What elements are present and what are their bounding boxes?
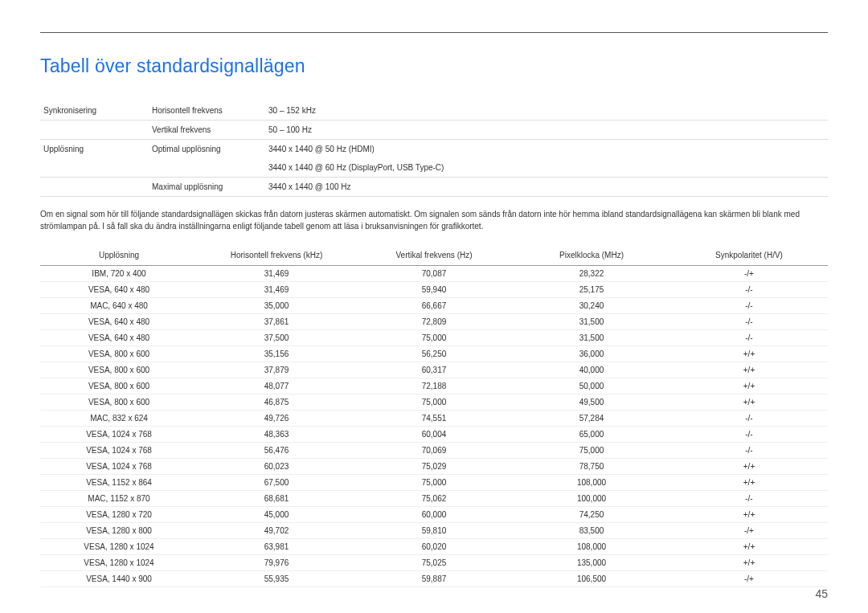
modes-cell: -/+ xyxy=(670,571,828,587)
modes-row: VESA, 1152 x 86467,50075,000108,000+/+ xyxy=(40,475,828,491)
modes-cell: VESA, 1152 x 864 xyxy=(40,475,198,491)
modes-cell: -/+ xyxy=(670,266,828,282)
modes-cell: VESA, 800 x 600 xyxy=(40,394,198,411)
modes-cell: 75,000 xyxy=(355,394,513,411)
modes-row: VESA, 800 x 60048,07772,18850,000+/+ xyxy=(40,378,828,394)
modes-cell: 70,087 xyxy=(355,266,513,282)
modes-cell: 65,000 xyxy=(513,427,670,443)
modes-cell: VESA, 800 x 600 xyxy=(40,362,198,378)
modes-cell: 60,317 xyxy=(355,362,513,378)
spec-group xyxy=(40,158,149,178)
modes-cell: MAC, 640 x 480 xyxy=(40,298,198,314)
modes-cell: 83,500 xyxy=(513,523,670,539)
modes-cell: 68,681 xyxy=(198,491,355,507)
modes-cell: IBM, 720 x 400 xyxy=(40,266,198,282)
description-text: Om en signal som hör till följande stand… xyxy=(40,208,828,232)
modes-cell: 31,469 xyxy=(198,266,355,282)
modes-header-row: Upplösning Horisontell frekvens (kHz) Ve… xyxy=(40,245,828,266)
modes-cell: 55,935 xyxy=(198,571,355,587)
modes-cell: +/+ xyxy=(670,378,828,394)
modes-cell: 46,875 xyxy=(198,394,355,411)
modes-cell: VESA, 1024 x 768 xyxy=(40,443,198,459)
modes-cell: 28,322 xyxy=(513,266,670,282)
modes-cell: 56,250 xyxy=(355,346,513,362)
modes-cell: -/- xyxy=(670,330,828,346)
modes-cell: 100,000 xyxy=(513,491,670,507)
spec-value: 50 – 100 Hz xyxy=(265,121,828,140)
modes-cell: 59,810 xyxy=(355,523,513,539)
modes-cell: VESA, 1280 x 800 xyxy=(40,523,198,539)
modes-row: VESA, 1280 x 102463,98160,020108,000+/+ xyxy=(40,539,828,555)
modes-row: VESA, 640 x 48031,46959,94025,175-/- xyxy=(40,282,828,298)
spec-label xyxy=(149,158,265,178)
modes-cell: 74,250 xyxy=(513,507,670,523)
modes-cell: +/+ xyxy=(670,346,828,362)
modes-cell: 36,000 xyxy=(513,346,670,362)
modes-cell: VESA, 640 x 480 xyxy=(40,330,198,346)
modes-cell: VESA, 800 x 600 xyxy=(40,378,198,394)
modes-row: VESA, 1280 x 102479,97675,025135,000+/+ xyxy=(40,555,828,571)
spec-value: 30 – 152 kHz xyxy=(265,101,828,121)
modes-cell: 75,062 xyxy=(355,491,513,507)
modes-cell: VESA, 640 x 480 xyxy=(40,282,198,298)
modes-row: VESA, 800 x 60046,87575,00049,500+/+ xyxy=(40,394,828,411)
modes-cell: 60,004 xyxy=(355,427,513,443)
spec-value: 3440 x 1440 @ 50 Hz (HDMI) xyxy=(265,140,828,159)
modes-cell: 50,000 xyxy=(513,378,670,394)
modes-cell: 48,363 xyxy=(198,427,355,443)
modes-cell: 49,726 xyxy=(198,411,355,427)
modes-header: Upplösning xyxy=(40,245,198,266)
spec-label: Horisontell frekvens xyxy=(149,101,265,121)
modes-cell: 45,000 xyxy=(198,507,355,523)
modes-cell: 75,029 xyxy=(355,459,513,475)
modes-cell: 135,000 xyxy=(513,555,670,571)
modes-cell: 57,284 xyxy=(513,411,670,427)
modes-cell: +/+ xyxy=(670,555,828,571)
modes-cell: VESA, 800 x 600 xyxy=(40,346,198,362)
modes-cell: 72,809 xyxy=(355,314,513,330)
modes-cell: 31,469 xyxy=(198,282,355,298)
modes-cell: -/+ xyxy=(670,523,828,539)
modes-cell: -/- xyxy=(670,427,828,443)
modes-cell: -/- xyxy=(670,411,828,427)
modes-cell: 78,750 xyxy=(513,459,670,475)
modes-cell: 59,887 xyxy=(355,571,513,587)
modes-cell: 74,551 xyxy=(355,411,513,427)
modes-cell: 60,023 xyxy=(198,459,355,475)
modes-cell: 30,240 xyxy=(513,298,670,314)
modes-cell: 49,702 xyxy=(198,523,355,539)
modes-cell: MAC, 832 x 624 xyxy=(40,411,198,427)
spec-label: Optimal upplösning xyxy=(149,140,265,159)
modes-row: VESA, 1280 x 80049,70259,81083,500-/+ xyxy=(40,523,828,539)
modes-cell: 60,000 xyxy=(355,507,513,523)
modes-cell: 75,000 xyxy=(513,443,670,459)
modes-row: VESA, 1024 x 76860,02375,02978,750+/+ xyxy=(40,459,828,475)
modes-cell: 49,500 xyxy=(513,394,670,411)
modes-cell: 72,188 xyxy=(355,378,513,394)
spec-group xyxy=(40,178,149,197)
modes-cell: +/+ xyxy=(670,394,828,411)
modes-cell: VESA, 640 x 480 xyxy=(40,314,198,330)
modes-row: VESA, 1024 x 76856,47670,06975,000-/- xyxy=(40,443,828,459)
spec-value: 3440 x 1440 @ 100 Hz xyxy=(265,178,828,197)
modes-row: VESA, 1024 x 76848,36360,00465,000-/- xyxy=(40,427,828,443)
page-title: Tabell över standardsignallägen xyxy=(40,55,828,77)
modes-cell: 59,940 xyxy=(355,282,513,298)
spec-row: Synkronisering Horisontell frekvens 30 –… xyxy=(40,101,828,121)
modes-row: IBM, 720 x 40031,46970,08728,322-/+ xyxy=(40,266,828,282)
modes-row: VESA, 1440 x 90055,93559,887106,500-/+ xyxy=(40,571,828,587)
modes-cell: VESA, 1024 x 768 xyxy=(40,427,198,443)
modes-cell: VESA, 1280 x 1024 xyxy=(40,539,198,555)
modes-cell: 48,077 xyxy=(198,378,355,394)
modes-cell: -/- xyxy=(670,298,828,314)
modes-cell: +/+ xyxy=(670,475,828,491)
spec-row: 3440 x 1440 @ 60 Hz (DisplayPort, USB Ty… xyxy=(40,158,828,178)
spec-row: Vertikal frekvens 50 – 100 Hz xyxy=(40,121,828,140)
modes-cell: 40,000 xyxy=(513,362,670,378)
modes-cell: 63,981 xyxy=(198,539,355,555)
modes-cell: VESA, 1280 x 1024 xyxy=(40,555,198,571)
modes-cell: 31,500 xyxy=(513,330,670,346)
modes-cell: 75,000 xyxy=(355,330,513,346)
modes-cell: +/+ xyxy=(670,507,828,523)
spec-group xyxy=(40,121,149,140)
